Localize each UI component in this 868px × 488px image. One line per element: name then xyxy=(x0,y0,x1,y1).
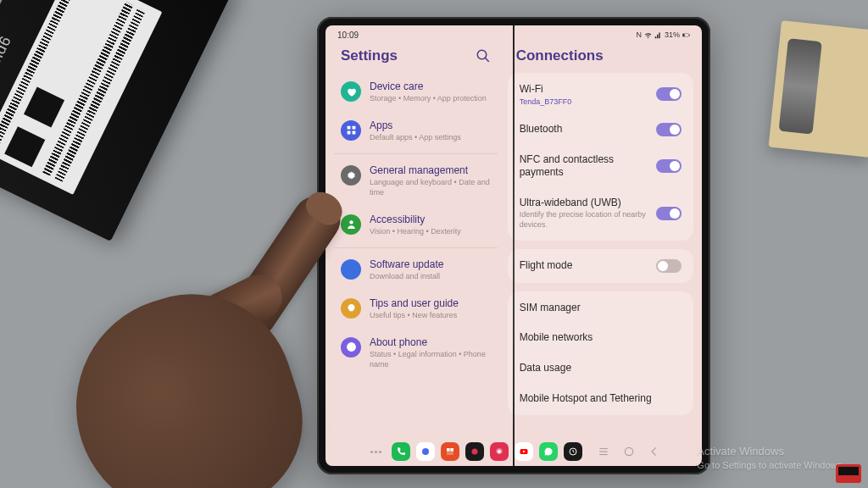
product-box: Galaxy Z Fold6 xyxy=(0,0,233,241)
connection-row-ultra-wideband-uwb-[interactable]: Ultra-wideband (UWB)Identify the precise… xyxy=(508,188,693,239)
info-icon xyxy=(341,337,361,358)
svg-point-10 xyxy=(349,220,353,224)
settings-item-about-phone[interactable]: About phoneStatus • Legal information • … xyxy=(334,329,498,377)
connection-row-nfc-and-contactless-payments[interactable]: NFC and contactless payments xyxy=(508,145,693,188)
gear-app-icon[interactable] xyxy=(490,442,509,461)
row-title: Wi-Fi xyxy=(520,83,649,97)
back-nav-button[interactable] xyxy=(648,445,661,458)
battery-text: 31% xyxy=(665,30,680,39)
toggle-switch[interactable] xyxy=(656,159,682,173)
signal-icon xyxy=(654,31,662,39)
connection-row-mobile-hotspot-and-tethering[interactable]: Mobile Hotspot and Tethering xyxy=(508,384,693,414)
settings-item-subtitle: Useful tips • New features xyxy=(370,311,491,321)
settings-item-device-care[interactable]: Device careStorage • Memory • App protec… xyxy=(334,73,498,112)
connection-row-bluetooth[interactable]: Bluetooth xyxy=(508,114,693,145)
settings-title: Settings xyxy=(341,47,398,64)
svg-point-13 xyxy=(350,344,351,345)
settings-item-subtitle: Default apps • App settings xyxy=(370,133,491,143)
clock-app-icon[interactable] xyxy=(564,442,582,461)
connections-panel: Connections Wi-FiTenda_B73FF0BluetoothNF… xyxy=(503,44,702,437)
toggle-switch[interactable] xyxy=(656,207,682,220)
recents-nav-button[interactable] xyxy=(597,445,610,458)
row-title: NFC and contactless payments xyxy=(520,153,649,180)
svg-rect-5 xyxy=(347,126,350,130)
row-title: Bluetooth xyxy=(520,123,649,136)
row-subtitle: Identify the precise location of nearby … xyxy=(520,210,649,230)
settings-item-accessibility[interactable]: AccessibilityVision • Hearing • Dexterit… xyxy=(334,206,498,245)
svg-rect-7 xyxy=(347,131,350,135)
toggle-switch[interactable] xyxy=(656,123,682,136)
settings-item-subtitle: Language and keyboard • Date and time xyxy=(370,178,491,197)
connection-row-data-usage[interactable]: Data usage xyxy=(508,353,693,384)
news-app-icon[interactable] xyxy=(441,442,459,461)
settings-panel: Settings Device careStorage • Memory • A… xyxy=(326,44,503,437)
settings-item-tips-and-user-guide[interactable]: Tips and user guideUseful tips • New fea… xyxy=(334,290,498,329)
wooden-clamp-prop xyxy=(768,20,868,158)
chat-app-icon[interactable] xyxy=(416,442,435,461)
settings-item-software-update[interactable]: Software updateDownload and install xyxy=(334,247,498,290)
connections-title: Connections xyxy=(516,47,685,64)
settings-item-title: Tips and user guide xyxy=(370,297,491,310)
connection-row-flight-mode[interactable]: Flight mode xyxy=(508,251,693,281)
svg-point-3 xyxy=(477,50,487,59)
device-hinge xyxy=(513,25,515,466)
settings-list: Device careStorage • Memory • App protec… xyxy=(334,73,498,377)
settings-item-title: General management xyxy=(370,164,491,177)
settings-item-title: Accessibility xyxy=(370,214,491,226)
row-title: Data usage xyxy=(520,362,675,375)
nfc-icon: N xyxy=(636,30,642,39)
row-title: Mobile networks xyxy=(520,331,675,345)
channel-badge xyxy=(836,464,861,483)
settings-item-title: Device care xyxy=(370,80,491,93)
foldable-device: 10:09 N 31% Settings Device careStorage … xyxy=(317,17,710,474)
search-button[interactable] xyxy=(476,48,491,64)
app-drawer-button[interactable] xyxy=(367,451,386,453)
windows-watermark: Activate Windows Go to Settings to activ… xyxy=(697,445,844,471)
status-indicators: N 31% xyxy=(636,30,690,39)
settings-item-general-management[interactable]: General managementLanguage and keyboard … xyxy=(334,153,498,205)
connection-row-wi-fi[interactable]: Wi-FiTenda_B73FF0 xyxy=(508,75,693,114)
whatsapp-app-icon[interactable] xyxy=(539,442,558,461)
settings-item-title: Software update xyxy=(370,258,491,271)
row-title: SIM manager xyxy=(520,302,675,315)
row-title: Ultra-wideband (UWB) xyxy=(520,197,649,210)
media-app-icon[interactable] xyxy=(465,442,484,461)
watermark-line-1: Activate Windows xyxy=(697,445,844,459)
toggle-switch[interactable] xyxy=(656,259,682,273)
svg-rect-1 xyxy=(682,34,684,36)
svg-rect-6 xyxy=(352,126,355,130)
settings-item-subtitle: Storage • Memory • App protection xyxy=(370,94,491,104)
row-title: Flight mode xyxy=(520,259,649,273)
wifi-icon xyxy=(644,31,652,39)
watermark-line-2: Go to Settings to activate Windows. xyxy=(697,459,844,471)
connections-group-3: SIM managerMobile networksData usageMobi… xyxy=(508,291,693,415)
settings-item-apps[interactable]: AppsDefault apps • App settings xyxy=(334,112,498,151)
barcode-sticker xyxy=(0,0,162,195)
settings-item-subtitle: Download and install xyxy=(370,272,491,282)
row-link: Tenda_B73FF0 xyxy=(520,97,649,106)
settings-item-subtitle: Status • Legal information • Phone name xyxy=(370,350,491,369)
download-icon xyxy=(341,259,361,280)
row-title: Mobile Hotspot and Tethering xyxy=(520,392,675,406)
svg-point-22 xyxy=(625,447,632,455)
heart-icon xyxy=(341,81,361,102)
connections-group-2: Flight mode xyxy=(508,249,693,283)
svg-rect-8 xyxy=(352,131,355,135)
svg-line-4 xyxy=(485,58,489,62)
svg-point-14 xyxy=(422,448,429,455)
bulb-icon xyxy=(341,298,361,319)
settings-item-title: About phone xyxy=(370,336,491,349)
person-icon xyxy=(341,214,361,235)
youtube-app-icon[interactable] xyxy=(515,442,533,461)
phone-app-icon[interactable] xyxy=(392,442,410,461)
status-time: 10:09 xyxy=(337,30,359,40)
grid-icon xyxy=(341,120,361,141)
gear-icon xyxy=(341,165,361,186)
connections-group-1: Wi-FiTenda_B73FF0BluetoothNFC and contac… xyxy=(508,73,693,241)
settings-item-subtitle: Vision • Hearing • Dexterity xyxy=(370,227,491,237)
svg-rect-2 xyxy=(689,34,690,36)
home-nav-button[interactable] xyxy=(622,445,636,458)
toggle-switch[interactable] xyxy=(656,87,682,101)
connection-row-mobile-networks[interactable]: Mobile networks xyxy=(508,323,693,353)
connection-row-sim-manager[interactable]: SIM manager xyxy=(508,293,693,324)
